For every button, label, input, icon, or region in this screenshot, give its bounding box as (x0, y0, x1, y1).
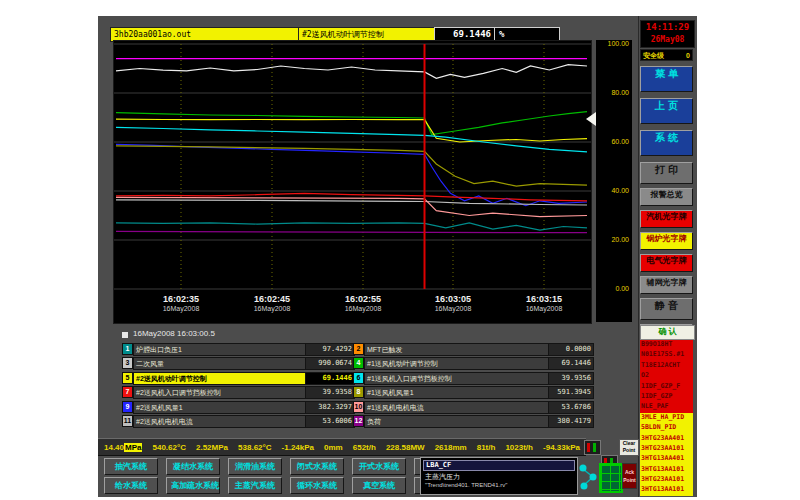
system-button[interactable]: 抽汽系统 (104, 458, 158, 475)
sidebar-button[interactable]: 打 印 (640, 162, 693, 184)
legend-label[interactable]: #1送风机电机电流 (364, 401, 551, 414)
sidebar-button[interactable]: 上 页 (640, 98, 693, 124)
legend-color-chip: 10 (353, 401, 364, 413)
y-tick-label: 20.00 (611, 236, 629, 243)
alarm-entry[interactable]: T18E12ACHT (640, 361, 693, 371)
x-tick-time: 16:02:55 (331, 294, 395, 304)
x-tick-time: 16:02:45 (240, 294, 304, 304)
point-name-field[interactable]: LBA_CF (423, 460, 575, 471)
system-button[interactable]: 真空系统 (352, 477, 406, 494)
sidebar-button[interactable]: 辅网光字牌 (640, 276, 693, 294)
sidebar-button[interactable]: 系 统 (640, 130, 693, 156)
legend-label[interactable]: #1送风机风量1 (364, 386, 551, 399)
system-button[interactable]: 闭式水系统 (290, 458, 344, 475)
legend-color-chip: 1 (122, 343, 133, 355)
alarm-entry[interactable]: NLE_PAF (640, 402, 693, 412)
legend-label[interactable]: 二次风量 (133, 357, 309, 370)
system-button[interactable]: 开式水系统 (352, 458, 406, 475)
value-marker-icon[interactable] (586, 112, 596, 126)
system-button[interactable]: 润滑油系统 (228, 458, 282, 475)
legend-label[interactable]: #2送风机风量1 (133, 401, 309, 414)
ack-point-button[interactable]: Ack Point (622, 463, 637, 489)
legend-color-chip: 5 (122, 372, 133, 384)
alarm-entry[interactable]: O2 (640, 371, 693, 381)
trend-line (116, 119, 587, 142)
alarm-entry[interactable]: 3HTG23AA401 (640, 434, 693, 444)
legend-label[interactable]: #2送风机动叶调节控制 (133, 372, 309, 385)
legend-timestamp: 16May2008 16:03:00.5 (133, 329, 215, 338)
system-button[interactable]: 主蒸汽系统 (228, 477, 282, 494)
legend-color-chip: 7 (122, 386, 133, 398)
trend-plot[interactable] (114, 41, 591, 323)
trend-chart[interactable]: 16:02:3516May200816:02:4516May200816:02:… (113, 40, 592, 324)
legend-label[interactable]: #1送风机入口调节挡板控制 (364, 372, 551, 385)
x-tick-time: 16:03:15 (512, 294, 576, 304)
system-button[interactable]: 高加疏水系统 (166, 477, 220, 494)
alarm-entry[interactable]: B99O18HT (640, 340, 693, 350)
point-info-box: LBA_CF 主蒸汽压力 "Trend\trend401. TREND41.rv… (420, 457, 578, 495)
legend-value: 591.3945 (548, 386, 594, 399)
alarm-entry[interactable]: 3HTG23AA101 (640, 444, 693, 454)
alarm-ack-strip[interactable]: 确 认 (640, 325, 695, 340)
alarm-entry[interactable]: 3MLE_HA_PID (640, 413, 693, 423)
alarm-entry[interactable]: 3HTG13AA101 (640, 465, 693, 475)
legend-value: 97.4292 (305, 343, 355, 356)
legend-value: 69.1446 (305, 372, 355, 385)
alarm-entry[interactable]: 3HTG13AA101 (640, 485, 693, 495)
process-status-bar: 14.40MPa540.62°C2.52MPa538.62°C-1.24kPa0… (98, 438, 586, 456)
legend-value: 39.9358 (305, 386, 355, 399)
legend-label[interactable]: #1送风机动叶调节控制 (364, 357, 551, 370)
alarm-list: B99O18HTN01E175S.#1T18E12ACHTO21IDF_GZP_… (640, 340, 693, 497)
indicator-icon[interactable] (584, 440, 601, 455)
trend-line (116, 223, 587, 230)
legend-label[interactable]: 炉膛出口负压1 (133, 343, 309, 356)
grid-icon[interactable] (599, 463, 623, 493)
x-tick-date: 16May2008 (240, 305, 304, 312)
molecule-icon[interactable] (579, 461, 598, 491)
x-tick-date: 16May2008 (149, 305, 213, 312)
legend-value: 53.6006 (305, 415, 355, 428)
status-value: 2618mm (435, 443, 467, 452)
alarm-entry[interactable]: 1IDF_GZP_F (640, 382, 693, 392)
legend-color-chip: 4 (353, 357, 364, 369)
sidebar-button[interactable]: 静 音 (640, 298, 693, 320)
legend-label[interactable]: 负荷 (364, 415, 551, 428)
alarm-entry[interactable]: 3HTG13AA401 (640, 454, 693, 464)
legend-label[interactable]: #2送风机电机电流 (133, 415, 309, 428)
alarm-entry[interactable]: 5BLDN_PID (640, 423, 693, 433)
alarm-entry[interactable]: 1IDF_GZP (640, 392, 693, 402)
system-button[interactable]: 给水系统 (104, 477, 158, 494)
dcs-trend-screen: 3hb20aa001ao.out #2送风机动叶调节控制 69.1446 % 1… (0, 0, 800, 500)
legend-value: 69.1446 (548, 357, 594, 370)
x-tick-date: 16May2008 (331, 305, 395, 312)
system-button[interactable]: 循环水系统 (290, 477, 344, 494)
sidebar-button[interactable]: 报警总览 (640, 188, 693, 206)
legend-value: 39.9356 (548, 372, 594, 385)
legend-label[interactable]: #2送风机入口调节挡板控制 (133, 386, 309, 399)
sidebar-button[interactable]: 锅炉光字牌 (640, 232, 693, 250)
y-tick-label: 0.00 (615, 285, 629, 292)
system-buttons-row1: 抽汽系统凝结水系统润滑油系统闭式水系统开式水系统公用系统 (104, 458, 418, 474)
y-tick-label: 60.00 (611, 138, 629, 145)
trend-line (116, 65, 587, 79)
alarm-entry[interactable]: N01E175S.#1 (640, 350, 693, 360)
legend-color-chip: 6 (353, 372, 364, 384)
security-level: 0 (686, 50, 690, 60)
legend-label[interactable]: MFT已触发 (364, 343, 551, 356)
status-value: 14.40MPa (104, 443, 142, 452)
sidebar-button[interactable]: 汽机光字牌 (640, 210, 693, 228)
legend-color-chip: 11 (122, 415, 133, 427)
sidebar-button[interactable]: 菜 单 (640, 66, 693, 92)
system-button[interactable]: 凝结水系统 (166, 458, 220, 475)
legend-color-chip: 3 (122, 357, 133, 369)
x-tick-time: 16:03:05 (421, 294, 485, 304)
legend-color-chip: 12 (353, 415, 364, 427)
clear-point-button[interactable]: Clear Point (619, 439, 639, 456)
status-value: 538.62°C (238, 443, 271, 452)
legend-value: 53.6786 (548, 401, 594, 414)
y-axis: 100.0080.0060.0040.0020.000.00 (596, 40, 632, 322)
alarm-entry[interactable]: 3HTG23AA101 (640, 475, 693, 485)
legend-color-chip: 2 (353, 343, 364, 355)
sidebar-button[interactable]: 电气光字牌 (640, 254, 693, 272)
status-value: -1.24kPa (282, 443, 314, 452)
